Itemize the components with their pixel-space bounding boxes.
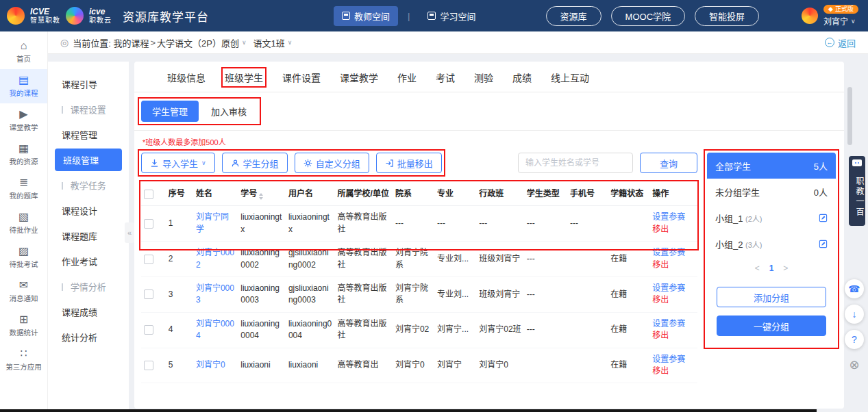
menu-section-teaching-tasks[interactable]: 教学任务 (48, 172, 129, 198)
tab-online-interaction[interactable]: 线上互动 (551, 70, 589, 84)
sidebar-item-third-party[interactable]: ∷ 第三方应用 (0, 343, 47, 377)
students-table-scroll[interactable]: 序号 姓名 学号 用户名 所属学校/单位 院系 专业 行政班 学生类型 手机 (141, 183, 697, 395)
teacher-space-tab[interactable]: 教师空间 (334, 6, 398, 26)
breadcrumb-my-courses[interactable]: 我的课程 (113, 36, 149, 49)
remove-student-link[interactable]: 移出 (652, 224, 695, 235)
set-contest-link[interactable]: 设置参赛 (652, 247, 695, 259)
download-float-icon[interactable]: ↓ (845, 305, 864, 324)
row-checkbox[interactable] (144, 325, 153, 335)
menu-course-question-bank[interactable]: 课程题库 (48, 223, 129, 248)
custom-group-button[interactable]: 自定义分组 (295, 153, 369, 173)
ungrouped-students-row[interactable]: 未分组学生 0人 (707, 179, 836, 205)
back-link[interactable]: ← 返回 (825, 36, 856, 49)
cell-student-id: liuxiaoni (238, 348, 286, 383)
小组_2[interactable]: 小组_2 (3人) (707, 231, 836, 257)
mooc-college-button[interactable]: MOOC学院 (611, 6, 685, 26)
ungrouped-count: 0人 (814, 185, 828, 198)
student-name-link[interactable]: 刘宵宁同学 (196, 212, 229, 233)
student-name-link[interactable]: 刘宵宁0002 (196, 248, 234, 269)
batch-remove-button[interactable]: 批量移出 (376, 153, 442, 173)
tab-classroom-teaching[interactable]: 课堂教学 (340, 70, 378, 84)
刘宵宁0003: 3 刘宵宁0003 liuxiaoning0003 gjsliuxiaoning… (141, 276, 697, 312)
page-number[interactable]: 1 (769, 263, 774, 273)
student-name-link[interactable]: 刘宵宁0003 (196, 283, 234, 305)
customer-service-icon[interactable]: ☎ (845, 279, 864, 298)
menu-course-management[interactable]: 课程管理 (48, 122, 129, 147)
menu-class-management[interactable]: 班级管理 (55, 149, 122, 171)
row-checkbox[interactable] (144, 219, 153, 229)
student-name-link[interactable]: 刘宵宁0 (196, 360, 225, 370)
menu-course-grades[interactable]: 课程成绩 (48, 299, 129, 324)
select-all-checkbox[interactable] (144, 190, 153, 199)
breadcrumb-class-dropdown[interactable]: 语文1班 (253, 36, 285, 49)
add-group-button[interactable]: 添加分组 (717, 287, 826, 307)
student-name-link[interactable]: 刘宵宁0004 (196, 319, 234, 340)
edit-group-icon[interactable] (819, 240, 828, 248)
menu-homework-exam[interactable]: 作业考试 (48, 248, 129, 274)
tab-class-info[interactable]: 班级信息 (167, 70, 206, 84)
user-menu[interactable]: 刘宵宁 ∨ (823, 15, 856, 27)
remove-student-link[interactable]: 移出 (652, 365, 695, 377)
all-students-row[interactable]: 全部学生 5人 (707, 153, 836, 179)
breadcrumb-course-dropdown[interactable]: 大学语文（2P）原创 (157, 36, 239, 49)
zhijiao-100-tab[interactable]: 职教一百 (849, 170, 865, 226)
import-students-button[interactable]: 导入学生 ∨ (141, 153, 215, 173)
tab-class-students[interactable]: 班级学生 (225, 70, 263, 84)
col-name: 姓名 (193, 183, 238, 206)
sidebar-item-home[interactable]: ⌂ 首页 (0, 35, 47, 69)
remove-student-link[interactable]: 移出 (652, 259, 695, 271)
sidebar-collapse-handle[interactable]: « (125, 222, 134, 243)
sidebar-item-my-courses[interactable]: ▤ 我的课程 (0, 69, 47, 103)
sidebar-item-pending-homework[interactable]: ▧ 待批作业 (0, 206, 47, 240)
learning-space-tab[interactable]: 学习空间 (419, 6, 484, 26)
row-checkbox[interactable] (144, 361, 153, 370)
menu-course-design[interactable]: 课程设计 (48, 198, 129, 223)
menu-section-learning-analysis[interactable]: 学情分析 (48, 274, 129, 299)
sidebar-item-my-resources[interactable]: ▦ 我的资源 (0, 138, 47, 172)
set-contest-link[interactable]: 设置参赛 (652, 211, 695, 223)
tab-exam[interactable]: 考试 (436, 70, 455, 84)
subtab-join-review[interactable]: 加入审核 (200, 101, 258, 122)
search-button[interactable]: 查询 (640, 153, 697, 173)
sidebar-item-pending-exams[interactable]: ▨ 待批考试 (0, 240, 47, 274)
prev-page-button[interactable]: < (755, 263, 760, 273)
tab-quiz[interactable]: 测验 (474, 70, 493, 84)
zhijiao-100-widget[interactable]: 职教一百 (847, 156, 867, 226)
auto-group-button[interactable]: 一键分组 (717, 316, 826, 336)
edit-group-icon[interactable] (819, 214, 828, 222)
sidebar-item-statistics[interactable]: ⊞ 数据统计 (0, 309, 47, 343)
next-page-button[interactable]: > (783, 263, 788, 273)
learning-space-label: 学习空间 (440, 10, 475, 23)
set-contest-link[interactable]: 设置参赛 (652, 354, 695, 365)
group-students-button[interactable]: 学生分组 (222, 153, 288, 173)
tab-courseware-settings[interactable]: 课件设置 (282, 70, 321, 84)
student-search-input[interactable] (518, 153, 633, 173)
row-checkbox[interactable] (144, 255, 153, 264)
page-scrollbar-thumb[interactable] (847, 87, 852, 145)
menu-statistics-analysis[interactable]: 统计分析 (48, 324, 129, 350)
help-icon[interactable]: ? (845, 330, 864, 349)
resource-library-button[interactable]: 资源库 (546, 6, 602, 26)
set-contest-link[interactable]: 设置参赛 (652, 283, 695, 294)
sidebar-item-my-question-bank[interactable]: ≣ 我的题库 (0, 172, 47, 206)
tab-homework[interactable]: 作业 (397, 70, 417, 84)
sort-student-id-icon[interactable] (259, 193, 263, 200)
sidebar-item-classroom-teaching[interactable]: ▶ 课堂教学 (0, 103, 47, 138)
class-caret-icon[interactable]: ∨ (288, 39, 293, 46)
set-contest-link[interactable]: 设置参赛 (652, 318, 695, 330)
remove-student-link[interactable]: 移出 (652, 294, 695, 306)
row-checkbox[interactable] (144, 289, 153, 299)
cell-admin-class: 班级刘宵宁 (476, 276, 524, 312)
subtab-student-management[interactable]: 学生管理 (141, 101, 199, 122)
col-enrollment-status: 学籍状态 (608, 183, 649, 206)
smart-screencast-button[interactable]: 智能投屏 (695, 6, 759, 26)
sidebar-item-messages[interactable]: ✉ 消息通知 (0, 274, 47, 309)
course-caret-icon[interactable]: ∨ (242, 39, 247, 46)
close-float-icon[interactable]: ⊗ (845, 355, 864, 374)
menu-course-guide[interactable]: 课程引导 (48, 71, 129, 96)
cell-department: --- (393, 206, 434, 242)
tab-grades[interactable]: 成绩 (512, 70, 532, 84)
remove-student-link[interactable]: 移出 (652, 330, 695, 342)
小组_1[interactable]: 小组_1 (2人) (707, 205, 836, 231)
menu-section-course-settings[interactable]: 课程设置 (48, 96, 129, 122)
